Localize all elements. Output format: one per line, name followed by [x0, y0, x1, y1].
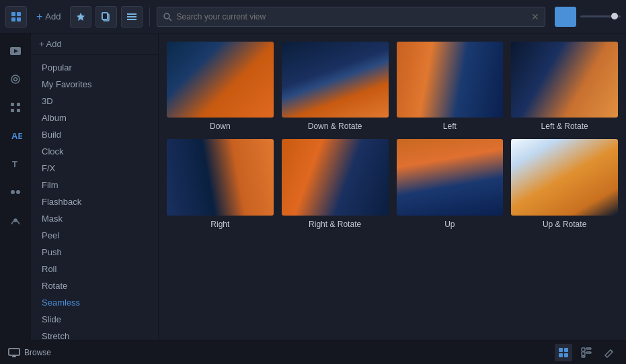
svg-rect-25 [9, 349, 19, 355]
transition-thumbnail [167, 139, 274, 215]
transition-label: Up [444, 220, 455, 229]
category-item-popular[interactable]: Popular [31, 59, 158, 76]
svg-rect-1 [17, 12, 21, 16]
svg-rect-28 [559, 348, 563, 352]
category-scroll[interactable]: PopularMy Favorites3DAlbumBuildClockF/XF… [31, 55, 158, 340]
slider-track [580, 15, 621, 17]
grid-button[interactable] [121, 6, 143, 28]
grid-view-button[interactable] [555, 344, 572, 361]
copy-button[interactable] [95, 6, 117, 28]
svg-rect-33 [586, 348, 591, 349]
sidebar-audio-icon[interactable] [3, 67, 28, 91]
svg-rect-10 [127, 19, 136, 20]
toolbar-icon-1[interactable] [5, 6, 27, 28]
category-item-f/x[interactable]: F/X [31, 160, 158, 177]
zoom-slider[interactable] [580, 15, 621, 17]
transition-item-up-and-rotate[interactable]: Up & Rotate [511, 139, 618, 228]
category-item-rotate[interactable]: Rotate [31, 277, 158, 294]
svg-rect-17 [17, 103, 20, 106]
transition-thumbnail [397, 139, 504, 215]
svg-point-24 [14, 219, 17, 222]
category-item-mask[interactable]: Mask [31, 210, 158, 227]
category-item-slide[interactable]: Slide [31, 311, 158, 328]
sidebar-media-icon[interactable] [3, 39, 28, 63]
svg-line-37 [611, 350, 613, 352]
browse-button[interactable]: Browse [8, 348, 51, 357]
sidebar-text-icon[interactable]: AB [3, 124, 28, 148]
svg-text:T: T [12, 159, 17, 169]
transition-item-right[interactable]: Right [167, 139, 274, 228]
svg-rect-36 [582, 356, 585, 357]
toolbar-divider [149, 7, 150, 26]
transition-item-left-and-rotate[interactable]: Left & Rotate [511, 42, 618, 131]
category-add-button[interactable]: + Add [39, 39, 62, 49]
list-view-button[interactable] [578, 344, 595, 361]
svg-rect-2 [11, 17, 15, 21]
svg-rect-3 [17, 17, 21, 21]
add-label: Add [45, 11, 61, 21]
category-item-my-favorites[interactable]: My Favorites [31, 76, 158, 93]
transition-label: Left [443, 122, 457, 131]
category-add-label: + Add [39, 39, 62, 49]
transition-label: Right [210, 220, 229, 229]
category-item-3d[interactable]: 3D [31, 93, 158, 109]
transition-label: Up & Rotate [543, 220, 586, 229]
transition-item-left[interactable]: Left [397, 42, 504, 131]
transition-thumbnail [167, 42, 274, 118]
category-item-album[interactable]: Album [31, 109, 158, 126]
category-item-film[interactable]: Film [31, 177, 158, 193]
svg-rect-8 [127, 13, 136, 15]
svg-rect-29 [564, 348, 568, 352]
category-item-flashback[interactable]: Flashback [31, 193, 158, 210]
edit-button[interactable] [600, 344, 618, 361]
transition-item-down-and-rotate[interactable]: Down & Rotate [282, 42, 389, 131]
category-item-seamless[interactable]: Seamless [31, 294, 158, 311]
svg-rect-9 [127, 16, 136, 17]
svg-point-22 [11, 190, 15, 194]
search-clear-button[interactable]: ✕ [531, 11, 539, 22]
svg-rect-16 [11, 103, 14, 106]
sidebar-title-icon[interactable]: T [3, 152, 28, 176]
sidebar-effects-icon[interactable] [3, 95, 28, 120]
search-input[interactable] [176, 12, 527, 21]
svg-rect-18 [11, 109, 14, 112]
svg-point-23 [16, 190, 20, 194]
main-area: AB T + Add PopularMy Favorites3DAlbumBui… [0, 34, 626, 340]
slider-thumb [611, 13, 618, 19]
toolbar-action-icons [70, 6, 143, 28]
sidebar-transitions-icon[interactable] [3, 180, 28, 204]
category-item-stretch[interactable]: Stretch [31, 328, 158, 340]
star-button[interactable] [70, 6, 91, 28]
category-item-peel[interactable]: Peel [31, 227, 158, 244]
toolbar: + Add ✕ [0, 0, 626, 34]
category-item-roll[interactable]: Roll [31, 261, 158, 277]
transition-thumbnail [511, 139, 618, 215]
transition-label: Down & Rotate [308, 122, 362, 131]
add-button[interactable]: + Add [31, 8, 66, 26]
transition-label: Right & Rotate [309, 220, 361, 229]
svg-marker-4 [77, 13, 85, 21]
category-item-clock[interactable]: Clock [31, 143, 158, 160]
transition-item-up[interactable]: Up [397, 139, 504, 228]
category-header: + Add [31, 34, 158, 55]
svg-text:AB: AB [11, 131, 22, 141]
svg-rect-19 [17, 109, 20, 112]
transition-item-right-and-rotate[interactable]: Right & Rotate [282, 139, 389, 228]
search-bar: ✕ [157, 7, 545, 27]
monitor-icon [8, 348, 20, 357]
svg-rect-6 [102, 13, 108, 19]
bottom-right-icons [555, 344, 618, 361]
search-icon [163, 12, 172, 21]
toolbar-right [555, 7, 621, 27]
sidebar-motion-icon[interactable] [3, 208, 28, 232]
transition-item-down[interactable]: Down [167, 42, 274, 131]
svg-rect-31 [564, 353, 568, 357]
svg-rect-35 [586, 352, 591, 353]
category-item-push[interactable]: Push [31, 244, 158, 261]
browse-label: Browse [24, 348, 51, 357]
category-list: + Add PopularMy Favorites3DAlbumBuildClo… [31, 34, 159, 340]
svg-rect-30 [559, 353, 563, 357]
view-toggle-button[interactable] [555, 7, 576, 27]
transition-thumbnail [511, 42, 618, 118]
category-item-build[interactable]: Build [31, 126, 158, 143]
